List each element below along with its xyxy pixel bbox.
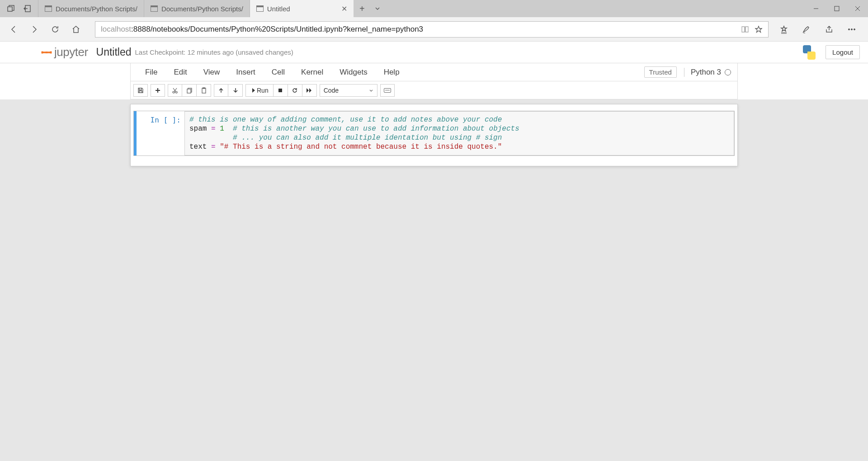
menu-help[interactable]: Help	[376, 68, 408, 77]
code-editor[interactable]: # this is one way of adding comment, use…	[184, 111, 734, 155]
jupyter-logo-icon[interactable]	[39, 46, 52, 59]
window-minimize-button[interactable]	[806, 0, 826, 17]
svg-rect-9	[202, 88, 206, 93]
notebook-title[interactable]: Untitled	[96, 46, 132, 58]
jupyter-header: jupyter Untitled Last Checkpoint: 12 min…	[0, 42, 868, 63]
input-prompt: In [ ]:	[137, 111, 184, 155]
keyboard-icon	[384, 88, 391, 93]
menubar: File Edit View Insert Cell Kernel Widget…	[130, 63, 738, 81]
kernel-indicator[interactable]: Python 3	[684, 68, 731, 77]
restart-button[interactable]	[288, 84, 302, 97]
url-bar[interactable]: localhost:8888/notebooks/Documents/Pytho…	[95, 21, 769, 38]
page-icon	[151, 5, 158, 12]
save-button[interactable]	[133, 84, 148, 97]
favorites-hub-icon[interactable]	[774, 19, 794, 39]
back-button[interactable]	[4, 19, 24, 39]
close-tab-icon[interactable]: ✕	[341, 5, 347, 13]
kernel-status-idle-icon	[725, 69, 731, 75]
notes-icon[interactable]	[797, 19, 816, 39]
share-icon[interactable]	[819, 19, 839, 39]
page-icon	[256, 5, 264, 12]
restart-run-all-button[interactable]	[302, 84, 317, 97]
move-up-button[interactable]	[214, 84, 228, 97]
cell-type-select[interactable]: Code	[320, 84, 377, 97]
move-down-button[interactable]	[228, 84, 243, 97]
window-close-button[interactable]	[847, 0, 868, 17]
svg-rect-2	[835, 6, 839, 11]
menu-widgets[interactable]: Widgets	[331, 68, 375, 77]
menu-cell[interactable]: Cell	[264, 68, 293, 77]
forward-button[interactable]	[24, 19, 44, 39]
copy-button[interactable]	[182, 84, 197, 97]
menu-edit[interactable]: Edit	[165, 68, 195, 77]
svg-rect-8	[187, 89, 191, 93]
favorite-star-icon[interactable]	[755, 25, 763, 33]
url-path: :8888/notebooks/Documents/Python%20Scrip…	[131, 25, 423, 34]
tab-list-dropdown[interactable]	[371, 0, 384, 17]
run-label: Run	[257, 87, 269, 94]
paste-button[interactable]	[197, 84, 211, 97]
checkpoint-status: Last Checkpoint: 12 minutes ago (unsaved…	[135, 48, 293, 56]
browser-nav-bar: localhost:8888/notebooks/Documents/Pytho…	[0, 17, 868, 42]
tab-title: Documents/Python Scripts/	[56, 5, 137, 13]
python-logo-icon	[801, 44, 817, 61]
kernel-name-label: Python 3	[691, 68, 721, 77]
more-menu-icon[interactable]	[842, 19, 862, 39]
notebook-container: In [ ]: # this is one way of adding comm…	[130, 104, 738, 166]
set-aside-icon[interactable]	[19, 0, 35, 17]
browser-tab-2-active[interactable]: Untitled ✕	[250, 0, 354, 17]
menu-file[interactable]: File	[137, 68, 165, 77]
refresh-button[interactable]	[45, 19, 65, 39]
command-palette-button[interactable]	[380, 84, 395, 97]
window-maximize-button[interactable]	[826, 0, 847, 17]
cell-type-value: Code	[324, 87, 339, 94]
trusted-indicator[interactable]: Trusted	[644, 66, 677, 78]
svg-rect-11	[278, 89, 282, 92]
run-button[interactable]: Run	[245, 84, 274, 97]
browser-tab-0[interactable]: Documents/Python Scripts/	[38, 0, 144, 17]
svg-rect-0	[8, 7, 12, 11]
svg-point-4	[851, 28, 853, 30]
cut-button[interactable]	[168, 84, 182, 97]
reading-view-icon[interactable]	[741, 25, 749, 33]
menu-insert[interactable]: Insert	[228, 68, 264, 77]
page-icon	[45, 5, 52, 12]
tab-actions-icon[interactable]	[3, 0, 19, 17]
browser-tab-1[interactable]: Documents/Python Scripts/	[144, 0, 250, 17]
svg-point-5	[854, 28, 855, 30]
svg-point-3	[849, 28, 850, 30]
new-tab-button[interactable]: +	[354, 0, 371, 17]
toolbar: Run Code	[130, 81, 738, 99]
menu-view[interactable]: View	[195, 68, 228, 77]
add-cell-button[interactable]	[151, 84, 165, 97]
logout-button[interactable]: Logout	[826, 45, 860, 59]
browser-tab-strip: Documents/Python Scripts/ Documents/Pyth…	[0, 0, 868, 17]
tab-title: Untitled	[267, 5, 290, 13]
home-button[interactable]	[66, 19, 86, 39]
url-host: localhost	[101, 25, 131, 34]
tab-title: Documents/Python Scripts/	[161, 5, 243, 13]
menu-kernel[interactable]: Kernel	[293, 68, 331, 77]
interrupt-button[interactable]	[274, 84, 288, 97]
code-cell[interactable]: In [ ]: # this is one way of adding comm…	[133, 111, 735, 156]
jupyter-logo-text[interactable]: jupyter	[54, 45, 88, 59]
